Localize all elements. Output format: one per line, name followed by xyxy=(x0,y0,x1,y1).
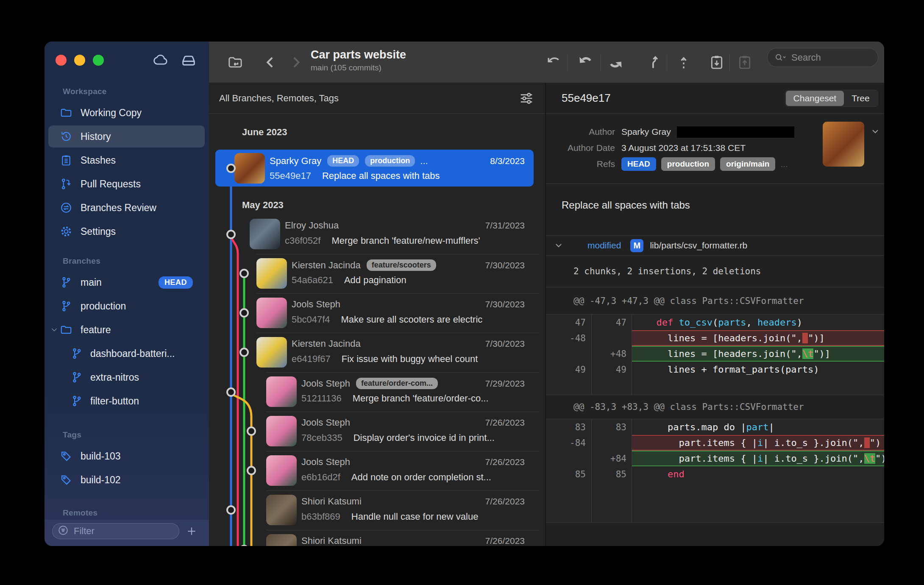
content: All Branches, Remotes, Tags June 2023Spa… xyxy=(209,83,884,546)
tab-tree[interactable]: Tree xyxy=(844,91,877,106)
commit-row-line1: Jools Steph7/30/2023 xyxy=(292,299,525,310)
zoom-button[interactable] xyxy=(93,55,104,66)
filter-placeholder: Filter xyxy=(74,526,95,537)
sidebar-item-label: extra-nitros xyxy=(90,372,139,383)
toolbar: Car parts website main (105 commits) Sea… xyxy=(209,42,884,83)
commit-row-line2: 78ceb335Display order's invoice id in pr… xyxy=(301,432,495,443)
commit-message: Fix issue with buggy wheel count xyxy=(342,354,478,365)
repo-open-icon[interactable] xyxy=(227,54,244,71)
commit-row[interactable]: Shiori Katsumi7/26/2023b63bf869Handle nu… xyxy=(209,490,545,530)
stash-save-icon[interactable] xyxy=(708,54,725,71)
commit-row[interactable]: Kiersten Jacindafeature/scooters7/30/202… xyxy=(209,254,545,293)
sidebar-item-filter-button[interactable]: filter-button xyxy=(45,389,209,413)
diff-code: part.items { |i| i.to_s }.join(",\t") xyxy=(632,451,884,466)
chevron-down-icon[interactable] xyxy=(50,325,59,334)
diff-code: end xyxy=(632,466,884,482)
sidebar: WorkspaceWorking CopyHistoryStashesPull … xyxy=(45,42,209,546)
commit-row[interactable]: Sparky GrayHEADproduction...8/3/202355e4… xyxy=(209,150,545,187)
merge-arrow-icon[interactable] xyxy=(646,54,663,71)
pull-icon[interactable] xyxy=(576,54,593,71)
commit-message: Replace all spaces with tabs xyxy=(546,184,884,236)
commit-author: Elroy Joshua xyxy=(285,220,339,231)
commit-detail-panel: 55e49e17 ChangesetTree Author Sparky Gra… xyxy=(546,83,884,546)
branch-icon xyxy=(70,371,83,384)
month-header: May 2023 xyxy=(209,187,545,214)
commit-author: Jools Steph xyxy=(301,457,350,468)
new-line-number xyxy=(592,330,632,346)
sidebar-item-working-copy[interactable]: Working Copy xyxy=(45,101,209,125)
commit-row[interactable]: Kiersten Jacinda7/30/2023e6419f67Fix iss… xyxy=(209,333,545,372)
sidebar-item-history[interactable]: History xyxy=(45,125,209,148)
refs-label: Refs xyxy=(546,159,615,169)
diff-code: lines + format_parts(parts) xyxy=(632,362,884,377)
fetch-icon[interactable] xyxy=(545,54,562,71)
sidebar-item-label: Settings xyxy=(81,226,116,237)
diff-filler xyxy=(546,482,884,522)
sidebar-item-label: main xyxy=(81,277,102,288)
diff-table: 8383 parts.map do |part|-84 part.items {… xyxy=(546,419,884,523)
sliders-icon[interactable] xyxy=(518,90,535,107)
commit-author: Kiersten Jacinda xyxy=(292,338,361,349)
sidebar-item-pull-requests[interactable]: Pull Requests xyxy=(45,172,209,196)
sidebar-item-settings[interactable]: Settings xyxy=(45,220,209,243)
sidebar-item-label: filter-button xyxy=(90,396,139,407)
nav-back-icon[interactable] xyxy=(262,54,279,71)
detail-filler xyxy=(546,523,884,546)
window-controls xyxy=(56,55,104,66)
add-repo-button[interactable] xyxy=(185,525,198,538)
sidebar-item-build-102[interactable]: build-102 xyxy=(45,468,209,492)
author-date: 3 August 2023 at 17:51:38 CET xyxy=(621,143,746,153)
sidebar-item-extra-nitros[interactable]: extra-nitros xyxy=(45,365,209,389)
commit-row[interactable]: Jools Steph7/30/20235bc047f4Make sure al… xyxy=(209,293,545,333)
sidebar-item-feature[interactable]: feature xyxy=(45,318,209,342)
commit-row-line1: Elroy Joshua7/31/2023 xyxy=(285,220,525,231)
commit-row[interactable]: Elroy Joshua7/31/2023c36f052fMerge branc… xyxy=(209,214,545,254)
commit-row[interactable]: Shiori Katsumi7/26/2023 xyxy=(209,530,545,546)
avatar xyxy=(250,219,280,249)
commit-message: Add pagination xyxy=(344,275,406,286)
sidebar-item-stashes[interactable]: Stashes xyxy=(45,148,209,172)
row-divider xyxy=(256,254,539,254)
ref-pill-origin-main: origin/main xyxy=(720,157,775,171)
chevron-down-icon[interactable] xyxy=(870,126,880,136)
toolbar-separator xyxy=(601,55,601,71)
avatar xyxy=(266,376,297,407)
stash-apply-icon[interactable] xyxy=(736,54,753,71)
sidebar-item-main[interactable]: mainHEAD xyxy=(45,270,209,294)
cloud-icon[interactable] xyxy=(152,52,169,70)
history-icon xyxy=(60,130,72,143)
commit-hash: 5bc047f4 xyxy=(292,314,330,325)
cherry-pick-icon[interactable] xyxy=(675,54,692,71)
new-line-number: 49 xyxy=(592,362,632,377)
author-label: Author xyxy=(546,127,615,137)
hunk-header: @@ -83,3 +83,3 @@ class Parts::CSVFormat… xyxy=(546,395,884,419)
commit-row[interactable]: Jools Steph7/26/2023e6b16d2fAdd note on … xyxy=(209,451,545,490)
commit-date: 7/26/2023 xyxy=(485,496,525,507)
avatar xyxy=(266,416,297,446)
collapse-chevron-icon[interactable] xyxy=(554,240,564,251)
search-input[interactable]: Search xyxy=(767,48,878,67)
commit-row-line2: 51211136Merge branch 'feature/order-co..… xyxy=(301,393,489,404)
file-row[interactable]: modified M lib/parts/csv_formatter.rb xyxy=(546,236,884,256)
nav-forward-icon[interactable] xyxy=(287,54,304,71)
sidebar-item-branches-review[interactable]: Branches Review xyxy=(45,196,209,220)
diff-code: def to_csv(parts, headers) xyxy=(632,315,884,330)
row-divider xyxy=(266,490,539,491)
commit-hash: e6b16d2f xyxy=(301,472,340,483)
new-line-number: 47 xyxy=(592,315,632,330)
commit-row[interactable]: Jools Stephfeature/order-com...7/29/2023… xyxy=(209,372,545,412)
push-icon[interactable] xyxy=(608,54,625,71)
sidebar-item-build-103[interactable]: build-103 xyxy=(45,444,209,468)
close-button[interactable] xyxy=(56,55,67,66)
minimize-button[interactable] xyxy=(74,55,85,66)
sidebar-filter-input[interactable]: Filter xyxy=(52,523,179,539)
sidebar-item-label: feature xyxy=(81,324,111,336)
commit-row-line2: c36f052fMerge branch 'feature/new-muffle… xyxy=(285,235,480,246)
tab-changeset[interactable]: Changeset xyxy=(786,91,844,106)
devices-icon[interactable] xyxy=(180,52,197,70)
sidebar-item-production[interactable]: production xyxy=(45,294,209,318)
commit-date: 7/30/2023 xyxy=(485,299,525,309)
sidebar-item-dashboard-batteri[interactable]: dashboard-batteri... xyxy=(45,342,209,365)
commit-row[interactable]: Jools Steph7/26/202378ceb335Display orde… xyxy=(209,412,545,451)
branch-filter-label: All Branches, Remotes, Tags xyxy=(219,93,518,104)
